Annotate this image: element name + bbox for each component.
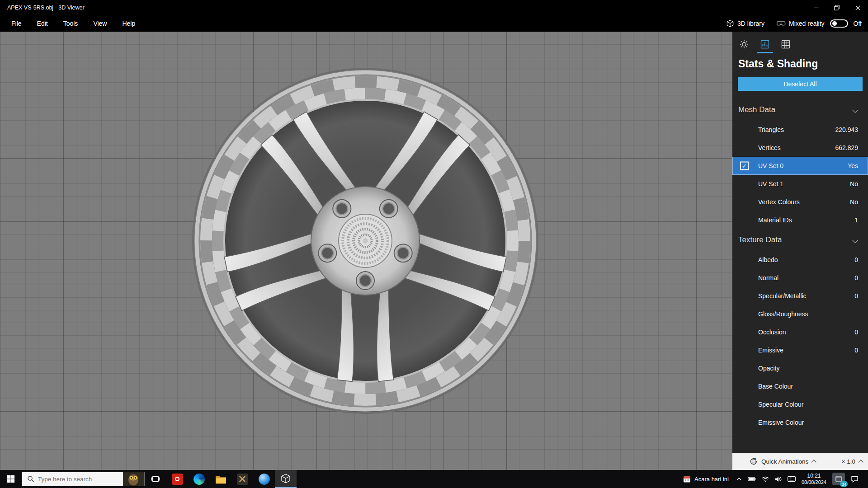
row-uv-set-0[interactable]: ✓ UV Set 0 Yes (732, 157, 868, 175)
network-status-button[interactable] (762, 476, 769, 482)
taskbar-app-file-explorer[interactable] (210, 470, 231, 488)
quick-animations-button[interactable]: Quick Animations (750, 457, 816, 465)
row-emissive-colour[interactable]: Emissive Colour (732, 413, 868, 432)
row-gloss-roughness[interactable]: Gloss/Roughness (732, 305, 868, 323)
red-media-app-icon (172, 474, 183, 485)
row-base-colour[interactable]: Base Colour (732, 377, 868, 395)
row-vertices[interactable]: Vertices 662.829 (732, 139, 868, 157)
keyboard-icon (788, 476, 796, 482)
file-explorer-icon (215, 474, 226, 484)
search-highlight-owl-image[interactable] (123, 472, 144, 486)
taskbar-app-3d-viewer[interactable] (275, 470, 297, 488)
quick-animations-label: Quick Animations (761, 458, 808, 465)
stat-value: 0 (854, 328, 858, 336)
animation-speed-label: × 1.0 (842, 458, 855, 465)
mixed-reality-label: Mixed reality (789, 20, 825, 27)
menu-tools[interactable]: Tools (56, 15, 86, 32)
row-triangles[interactable]: Triangles 220.943 (732, 121, 868, 139)
edge-browser-icon (193, 474, 205, 485)
stat-value: Yes (848, 162, 858, 169)
row-occlusion[interactable]: Occlusion 0 (732, 323, 868, 341)
battery-icon (748, 476, 756, 482)
menu-edit[interactable]: Edit (29, 15, 56, 32)
menu-view[interactable]: View (85, 15, 114, 32)
stat-label: Emissive Colour (758, 419, 804, 426)
mesh-data-header[interactable]: Mesh Data (732, 99, 868, 121)
minimize-button[interactable] (806, 0, 826, 15)
taskbar-app-game[interactable] (231, 470, 253, 488)
notification-app-button[interactable]: 34 (832, 473, 845, 485)
row-vertex-colours[interactable]: Vertex Colours No (732, 193, 868, 211)
taskbar-search[interactable] (22, 472, 145, 486)
row-material-ids[interactable]: Material IDs 1 (732, 211, 868, 229)
taskbar: Acara hari ini 10:21 08/08/2024 (0, 470, 868, 488)
close-icon (855, 5, 860, 10)
action-center-icon (851, 475, 859, 483)
touch-keyboard-button[interactable] (788, 476, 796, 482)
start-button[interactable] (0, 470, 22, 488)
taskbar-clock[interactable]: 10:21 08/08/2024 (802, 473, 826, 485)
taskbar-app-red-media[interactable] (166, 470, 188, 488)
stat-value: 0 (854, 274, 858, 282)
news-widget-button[interactable]: Acara hari ini (681, 475, 731, 483)
tab-lighting[interactable] (736, 36, 752, 53)
row-albedo[interactable]: Albedo 0 (732, 251, 868, 269)
stat-label: Base Colour (758, 383, 793, 390)
wheel-3d-model[interactable] (189, 65, 542, 417)
mixed-reality-group: Mixed reality (776, 20, 825, 27)
sun-icon (740, 40, 749, 49)
row-emissive[interactable]: Emissive 0 (732, 341, 868, 359)
toggle-knob (832, 21, 837, 26)
taskbar-app-edge[interactable] (188, 470, 210, 488)
action-center-button[interactable] (851, 475, 859, 483)
deselect-all-button[interactable]: Deselect All (738, 77, 863, 91)
calendar-icon (683, 475, 691, 483)
tab-grid[interactable] (778, 36, 794, 53)
row-specular-colour[interactable]: Specular Colour (732, 395, 868, 413)
menu-bar-right: 3D library Mixed reality Off (726, 19, 868, 28)
stat-label: Vertex Colours (758, 198, 800, 206)
volume-button[interactable] (775, 476, 782, 482)
row-normal[interactable]: Normal 0 (732, 269, 868, 287)
minimize-icon (814, 5, 819, 10)
tab-stats-shading[interactable] (757, 36, 773, 53)
row-uv-set-1[interactable]: UV Set 1 No (732, 175, 868, 193)
restore-button[interactable] (826, 0, 847, 15)
stat-label: Normal (758, 274, 778, 282)
stat-label: Triangles (758, 126, 784, 133)
task-view-button[interactable] (145, 470, 166, 488)
chevron-up-icon (736, 476, 742, 482)
menu-file[interactable]: File (4, 15, 29, 32)
game-app-icon (237, 474, 248, 485)
restore-icon (834, 5, 840, 10)
row-specular-metallic[interactable]: Specular/Metallic 0 (732, 287, 868, 305)
widget-label: Acara hari ini (694, 476, 729, 483)
clock-date: 08/08/2024 (802, 479, 826, 485)
animation-speed-button[interactable]: × 1.0 (842, 458, 863, 465)
menu-items: File Edit Tools View Help (0, 15, 143, 32)
checkbox-checked-icon[interactable]: ✓ (740, 162, 749, 170)
taskbar-app-photos[interactable] (253, 470, 275, 488)
close-button[interactable] (847, 0, 868, 15)
speaker-icon (775, 476, 782, 482)
wifi-icon (762, 476, 769, 482)
stats-panel-body: Stats & Shading Deselect All Mesh Data T… (732, 32, 868, 453)
3d-library-button[interactable]: 3D library (726, 19, 764, 28)
battery-status-button[interactable] (748, 476, 756, 482)
caption-buttons (806, 0, 868, 15)
hidden-icons-button[interactable] (736, 476, 742, 482)
chevron-up-icon (858, 460, 863, 465)
stats-panel: Stats & Shading Deselect All Mesh Data T… (732, 32, 868, 470)
search-input[interactable] (38, 476, 123, 483)
mixed-reality-toggle[interactable] (830, 19, 848, 28)
stat-label: Gloss/Roughness (758, 310, 808, 318)
menu-help[interactable]: Help (114, 15, 143, 32)
row-opacity[interactable]: Opacity (732, 359, 868, 377)
3d-library-label: 3D library (737, 20, 764, 27)
app-window: APEX VS-5RS.obj - 3D Viewer File Edit To… (0, 0, 868, 488)
texture-data-header[interactable]: Texture Data (732, 229, 868, 251)
3d-viewport[interactable] (0, 32, 732, 470)
stat-label: Opacity (758, 365, 779, 372)
mixed-reality-state: Off (854, 20, 862, 27)
stat-value: No (850, 180, 858, 188)
